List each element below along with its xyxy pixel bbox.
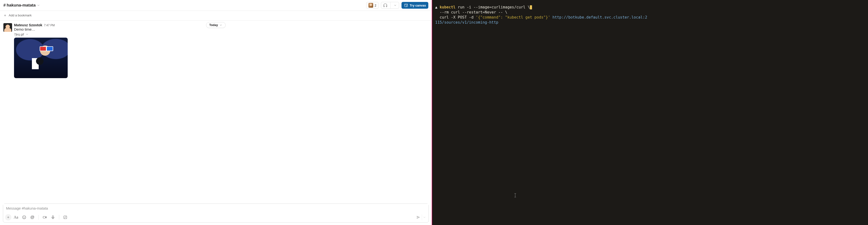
channel-hash: # [3, 3, 5, 8]
chevron-down-icon [37, 4, 40, 7]
term-string: '{"command": "kubectl get pods"}' [476, 15, 550, 20]
shortcuts-button[interactable] [62, 214, 69, 221]
term-url: 115/sources/v1/incoming-http [435, 20, 498, 25]
audio-button[interactable] [49, 214, 57, 221]
members-button[interactable]: 2 [366, 2, 378, 9]
term-text: curl -X POST -d [435, 15, 476, 20]
divider [38, 215, 39, 220]
svg-line-15 [65, 216, 66, 218]
huddle-menu-button[interactable] [392, 4, 399, 7]
message-user[interactable]: Mateusz Szostok [14, 23, 42, 27]
send-button[interactable] [415, 214, 422, 220]
term-url: http://botkube.default.svc.cluster.local… [553, 15, 647, 20]
slack-pane: # hakuna-matata 2 [0, 0, 432, 225]
chevron-down-icon [394, 4, 397, 7]
channel-header: # hakuna-matata 2 [0, 0, 432, 11]
gif-attachment[interactable] [14, 38, 68, 78]
header-actions: 2 Try canvas [366, 2, 428, 9]
emoji-button[interactable] [21, 214, 28, 221]
terminal-pane[interactable]: ▲ kubectl run -i --image=curlimages/curl… [432, 0, 868, 225]
message-body: Mateusz Szostok 7:47 PM Demo time… 7jkq.… [14, 23, 428, 78]
prompt-symbol: ▲ [435, 5, 437, 9]
huddle-button-group [381, 2, 399, 9]
try-canvas-label: Try canvas [410, 4, 426, 7]
svg-rect-2 [405, 4, 407, 7]
term-command: kubectl [440, 5, 455, 9]
toolbar-left: Aa @ [5, 214, 69, 221]
add-bookmark-button[interactable]: Add a bookmark [2, 13, 33, 18]
message-composer: Aa @ [3, 203, 429, 223]
channel-title-button[interactable]: # hakuna-matata [3, 3, 40, 8]
attach-button[interactable] [5, 214, 11, 220]
composer-toolbar: Aa @ [3, 213, 429, 222]
slash-box-icon [63, 215, 67, 220]
bookmarks-bar: Add a bookmark [0, 11, 432, 21]
mention-button[interactable]: @ [29, 214, 36, 221]
avatar[interactable] [3, 23, 12, 32]
cursor-block [530, 5, 532, 9]
send-options-button[interactable] [422, 214, 427, 220]
attachment-name: 7jkq.gif [14, 33, 24, 36]
svg-rect-10 [43, 216, 45, 218]
composer-wrap: Aa @ [0, 203, 432, 225]
term-text [550, 15, 552, 20]
date-pill-label: Today [209, 24, 218, 27]
huddle-button[interactable] [381, 3, 390, 7]
members-count: 2 [375, 4, 376, 7]
chevron-down-icon [219, 24, 223, 27]
video-icon [42, 215, 47, 220]
smile-icon [22, 215, 26, 220]
message-list[interactable]: Today Mateusz Szostok 7:47 PM Demo time…… [0, 21, 432, 204]
video-button[interactable] [41, 214, 48, 221]
canvas-icon [404, 3, 408, 7]
date-jump-button[interactable]: Today [206, 22, 226, 28]
chevron-down-icon [25, 33, 29, 36]
term-text: run -i --image=curlimages/curl \ [455, 5, 530, 9]
message-input[interactable] [3, 204, 429, 213]
send-button-group [415, 214, 427, 220]
avatar-icon [368, 3, 373, 8]
svg-rect-1 [386, 6, 387, 7]
svg-rect-0 [383, 6, 384, 7]
headphones-icon [383, 3, 388, 7]
add-bookmark-label: Add a bookmark [9, 13, 32, 17]
svg-rect-12 [53, 216, 54, 218]
mic-icon [51, 215, 55, 220]
divider [59, 215, 59, 220]
svg-point-7 [23, 216, 26, 219]
chevron-down-icon [423, 216, 426, 219]
plus-icon [6, 216, 10, 219]
term-text: --rm curl --restart=Never -- \ [435, 10, 507, 14]
toolbar-right [415, 214, 427, 220]
formatting-button[interactable]: Aa [12, 214, 20, 221]
message-row: Mateusz Szostok 7:47 PM Demo time… 7jkq.… [3, 23, 428, 78]
send-icon [416, 215, 421, 220]
try-canvas-button[interactable]: Try canvas [402, 2, 428, 9]
attachment-toggle[interactable]: 7jkq.gif [14, 33, 428, 36]
channel-name: hakuna-matata [6, 3, 35, 8]
plus-icon [3, 14, 7, 17]
terminal-output: ▲ kubectl run -i --image=curlimages/curl… [435, 5, 865, 25]
message-timestamp[interactable]: 7:47 PM [44, 24, 55, 27]
